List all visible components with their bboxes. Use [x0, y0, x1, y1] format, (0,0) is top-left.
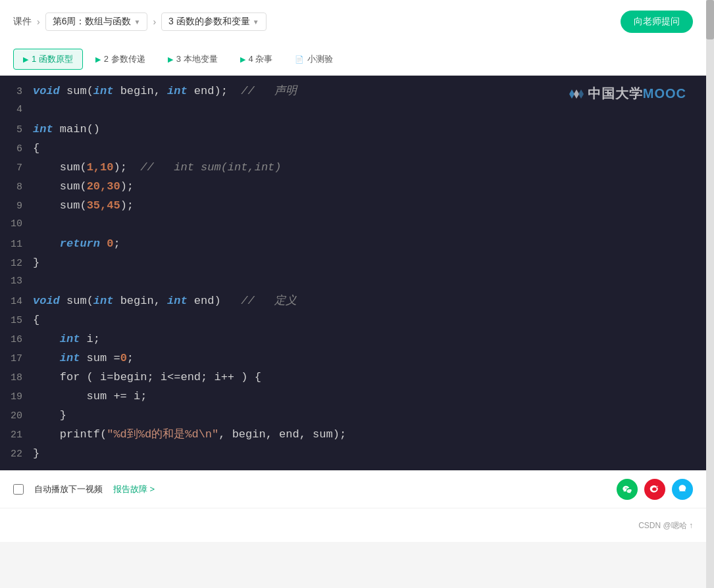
tab-4-misc[interactable]: ▶ 4 杂事 [230, 49, 283, 70]
play-icon-tab4: ▶ [240, 55, 245, 64]
line-number: 9 [0, 198, 33, 215]
scrollbar[interactable] [706, 0, 714, 588]
line-number: 20 [0, 408, 33, 425]
line-number: 16 [0, 331, 33, 349]
code-display: 中国大学MOOC 3void sum(int begin, int end); … [0, 76, 706, 470]
code-line: 13 [0, 273, 706, 292]
play-icon-tab3: ▶ [168, 55, 173, 64]
code-line: 5int main() [0, 120, 706, 139]
line-code: printf("%d到%d的和是%d\n", begin, end, sum); [33, 426, 346, 445]
qq-icon [677, 484, 688, 495]
line-number: 6 [0, 141, 33, 158]
auto-play-checkbox[interactable] [13, 484, 24, 495]
wechat-share-button[interactable] [617, 479, 638, 500]
line-code: void sum(int begin, int end) // 定义 [33, 292, 297, 311]
svg-marker-0 [569, 89, 574, 99]
code-line: 11 return 0; [0, 235, 706, 254]
line-code: void sum(int begin, int end); // 声明 [33, 82, 297, 101]
tab-2-label: 2 参数传递 [104, 53, 145, 65]
line-number: 18 [0, 370, 33, 387]
code-line: 8 sum(20,30); [0, 178, 706, 197]
line-number: 14 [0, 293, 33, 310]
tab-3-local[interactable]: ▶ 3 本地变量 [158, 49, 228, 70]
report-fault-link[interactable]: 报告故障 > [113, 483, 155, 495]
code-line: 14void sum(int begin, int end) // 定义 [0, 292, 706, 311]
code-line: 4 [0, 101, 706, 120]
line-number: 17 [0, 351, 33, 368]
line-code: sum(1,10); // int sum(int,int) [33, 159, 282, 178]
line-number: 10 [0, 216, 33, 233]
line-code: sum(20,30); [33, 178, 134, 197]
code-line: 19 sum += i; [0, 387, 706, 406]
footer-text: CSDN @嗯哈 ↑ [638, 521, 693, 530]
code-line: 22} [0, 445, 706, 464]
line-code: int main() [33, 120, 100, 139]
code-line: 12} [0, 254, 706, 273]
code-line: 9 sum(35,45); [0, 197, 706, 216]
tab-5-quiz[interactable]: 📄 小测验 [285, 49, 343, 70]
line-code: int i; [33, 330, 100, 349]
qq-share-button[interactable] [672, 479, 693, 500]
line-code: } [33, 406, 66, 426]
doc-icon-tab5: 📄 [295, 55, 304, 64]
line-code: int sum =0; [33, 349, 134, 368]
weibo-share-button[interactable] [644, 479, 665, 500]
line-code: { [33, 311, 39, 330]
line-code: { [33, 139, 39, 159]
tab-5-label: 小测验 [307, 53, 333, 65]
line-code: return 0; [33, 235, 120, 254]
line-number: 15 [0, 312, 33, 330]
wechat-icon [622, 484, 632, 495]
play-icon-tab1: ▶ [23, 55, 28, 64]
svg-marker-2 [578, 89, 584, 99]
breadcrumb-home[interactable]: 课件 [13, 16, 32, 28]
line-number: 3 [0, 84, 33, 101]
line-number: 5 [0, 122, 33, 139]
breadcrumb-lesson-dropdown[interactable]: 3 函数的参数和变量 ▼ [161, 12, 267, 31]
watermark: 中国大学MOOC [569, 85, 686, 103]
code-line: 7 sum(1,10); // int sum(int,int) [0, 159, 706, 178]
line-code: } [33, 254, 39, 273]
svg-marker-1 [574, 89, 579, 99]
code-content: 3void sum(int begin, int end); // 声明45in… [0, 82, 706, 464]
breadcrumb-week-dropdown[interactable]: 第6周：数组与函数 ▼ [45, 12, 148, 31]
code-line: 20 } [0, 406, 706, 426]
code-line: 15{ [0, 311, 706, 330]
code-line: 17 int sum =0; [0, 349, 706, 368]
breadcrumb-week-label: 第6周：数组与函数 [53, 16, 132, 28]
code-line: 10 [0, 216, 706, 235]
line-number: 12 [0, 255, 33, 272]
breadcrumb-lesson-label: 3 函数的参数和变量 [168, 16, 250, 28]
line-code: sum(35,45); [33, 197, 134, 216]
tab-bar: ▶ 1 函数原型 ▶ 2 参数传递 ▶ 3 本地变量 ▶ 4 杂事 📄 小测验 [0, 43, 706, 76]
line-number: 4 [0, 101, 33, 118]
code-line: 21 printf("%d到%d的和是%d\n", begin, end, su… [0, 426, 706, 445]
code-line: 18 for ( i=begin; i<=end; i++ ) { [0, 368, 706, 387]
ask-teacher-button[interactable]: 向老师提问 [621, 11, 693, 33]
breadcrumb-sep2: › [153, 16, 156, 27]
bottom-bar: 自动播放下一视频 报告故障 > [0, 470, 706, 508]
line-number: 22 [0, 446, 33, 463]
auto-play-label: 自动播放下一视频 [34, 483, 103, 495]
line-code: for ( i=begin; i<=end; i++ ) { [33, 368, 261, 387]
line-number: 11 [0, 236, 33, 253]
line-number: 19 [0, 389, 33, 406]
line-code: } [33, 445, 39, 464]
chevron-down-icon2: ▼ [253, 18, 259, 26]
code-line: 16 int i; [0, 330, 706, 349]
tab-1-prototype[interactable]: ▶ 1 函数原型 [13, 49, 83, 70]
tab-2-params[interactable]: ▶ 2 参数传递 [86, 49, 155, 70]
watermark-text: 中国大学MOOC [588, 85, 686, 103]
weibo-icon [650, 484, 660, 495]
code-line: 6{ [0, 139, 706, 159]
line-number: 7 [0, 160, 33, 177]
play-icon-tab2: ▶ [95, 55, 101, 64]
chevron-down-icon: ▼ [134, 18, 140, 26]
tab-4-label: 4 杂事 [249, 53, 273, 65]
breadcrumb-bar: 课件 › 第6周：数组与函数 ▼ › 3 函数的参数和变量 ▼ 向老师提问 [0, 0, 706, 43]
tab-3-label: 3 本地变量 [176, 53, 218, 65]
breadcrumb-sep1: › [37, 16, 40, 27]
social-icons [617, 479, 693, 500]
line-number: 13 [0, 273, 33, 290]
tab-1-label: 1 函数原型 [32, 53, 73, 65]
